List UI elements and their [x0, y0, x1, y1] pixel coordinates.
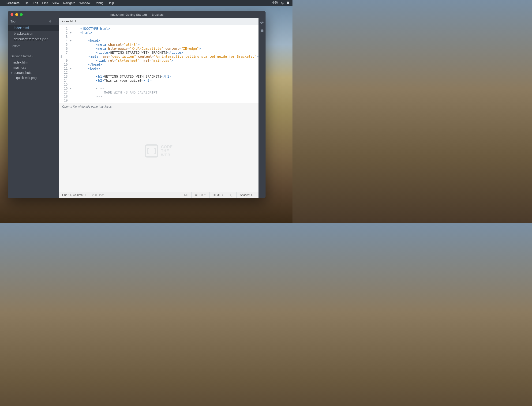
- fold-indicator-icon[interactable]: ▼: [69, 39, 72, 43]
- mac-menubar: Brackets File Edit Find View Navigate Wi…: [0, 0, 293, 6]
- gear-icon[interactable]: ⚙: [49, 20, 52, 23]
- working-file-item[interactable]: brackets.json: [8, 31, 59, 36]
- fold-indicator-icon: [69, 27, 72, 31]
- code-text[interactable]: <meta name="description" content="An int…: [65, 55, 259, 58]
- extension-manager-icon[interactable]: [260, 29, 264, 34]
- line-number: 11: [59, 66, 69, 71]
- menubar-debug[interactable]: Debug: [94, 1, 103, 5]
- code-text[interactable]: <meta http-equiv="X-UA-Compatible" conte…: [72, 47, 201, 51]
- code-line[interactable]: 1 <!DOCTYPE html>: [59, 27, 259, 31]
- line-number: 2: [59, 31, 69, 35]
- status-insert-mode[interactable]: INS: [180, 192, 192, 198]
- editor-pane-bottom[interactable]: Open a file while this pane has focus [ …: [59, 103, 259, 192]
- working-files-list: index.htmlbrackets.jsondefaultPreference…: [8, 25, 59, 42]
- main-area: index.html 1 <!DOCTYPE html>2▼ <html>34▼…: [59, 18, 259, 198]
- titlebar[interactable]: index.html (Getting Started) — Brackets: [8, 11, 266, 18]
- code-line[interactable]: 11▼ <body>: [59, 66, 259, 71]
- code-text[interactable]: <head>: [72, 39, 100, 43]
- code-text[interactable]: <!--: [72, 87, 104, 90]
- working-file-item[interactable]: defaultPreferences.json: [8, 36, 59, 42]
- line-number: 6: [59, 47, 69, 51]
- text-cursor: [100, 67, 100, 71]
- code-text[interactable]: </head>: [72, 63, 102, 66]
- code-line[interactable]: 13 <h1>GETTING STARTED WITH BRACKETS</h1…: [59, 74, 259, 79]
- menubar-app-name[interactable]: Brackets: [7, 1, 20, 5]
- code-text[interactable]: <title>GETTING STARTED WITH BRACKETS</ti…: [72, 51, 183, 55]
- code-line[interactable]: 8 <meta name="description" content="An i…: [59, 55, 259, 58]
- code-line[interactable]: 4▼ <head>: [59, 39, 259, 43]
- menubar-view[interactable]: View: [52, 1, 59, 5]
- code-line[interactable]: 18 -->: [59, 94, 259, 98]
- code-line[interactable]: 6 <meta http-equiv="X-UA-Compatible" con…: [59, 47, 259, 51]
- brackets-logo-icon: [ ]: [145, 145, 158, 158]
- code-text[interactable]: MADE WITH <3 AND JAVASCRIPT: [72, 90, 157, 94]
- code-line[interactable]: 19: [59, 98, 259, 102]
- code-text[interactable]: <h2>This is your guide!</h2>: [72, 79, 151, 82]
- status-indent[interactable]: Spaces: 4: [237, 192, 256, 198]
- right-toolbar: [259, 18, 266, 198]
- code-text[interactable]: <meta charset="utf-8">: [72, 43, 140, 47]
- fold-indicator-icon: [69, 94, 72, 98]
- menubar-user-label[interactable]: 小通: [272, 1, 278, 5]
- code-line[interactable]: 12: [59, 71, 259, 74]
- editor-pane-top[interactable]: 1 <!DOCTYPE html>2▼ <html>34▼ <head>5 <m…: [59, 25, 259, 103]
- code-text[interactable]: <h1>GETTING STARTED WITH BRACKETS</h1>: [72, 74, 171, 79]
- project-dropdown[interactable]: Getting Started ▾: [8, 52, 59, 60]
- code-text[interactable]: -->: [72, 94, 102, 98]
- empty-pane-logo: [ ] CODE THE WEB: [59, 110, 259, 192]
- working-files-header-top[interactable]: Top ⚙ ▭: [8, 18, 59, 25]
- code-line[interactable]: 20▼ <p>: [59, 102, 259, 103]
- tree-file-item[interactable]: index.html: [8, 60, 59, 65]
- evernote-icon[interactable]: [286, 1, 290, 5]
- bottom-pane-placeholder: Open a file while this pane has focus: [59, 103, 259, 110]
- working-files-header-bottom[interactable]: Bottom: [8, 42, 59, 50]
- menubar-navigate[interactable]: Navigate: [63, 1, 75, 5]
- line-number: 7: [59, 51, 69, 55]
- menubar-find[interactable]: Find: [42, 1, 48, 5]
- fold-indicator-icon[interactable]: ▼: [69, 87, 72, 90]
- svg-rect-0: [261, 30, 263, 32]
- fold-indicator-icon[interactable]: ▼: [69, 66, 72, 71]
- tab-index-html[interactable]: index.html: [62, 20, 76, 23]
- status-lint-indicator[interactable]: [227, 192, 237, 198]
- code-line[interactable]: 2▼ <html>: [59, 31, 259, 35]
- code-area[interactable]: 1 <!DOCTYPE html>2▼ <html>34▼ <head>5 <m…: [59, 25, 259, 103]
- split-view-icon[interactable]: ▭: [54, 20, 57, 23]
- live-preview-icon[interactable]: [260, 20, 264, 25]
- line-number: 9: [59, 58, 69, 63]
- status-language[interactable]: HTML▼: [209, 192, 227, 198]
- fold-indicator-icon[interactable]: ▼: [69, 102, 72, 103]
- fold-indicator-icon: [69, 63, 72, 66]
- code-line[interactable]: 5 <meta charset="utf-8">: [59, 43, 259, 47]
- code-text[interactable]: <link rel="stylesheet" href="main.css">: [72, 58, 173, 63]
- code-line[interactable]: 9 <link rel="stylesheet" href="main.css"…: [59, 58, 259, 63]
- line-number: 20: [59, 102, 69, 103]
- tree-file-item[interactable]: main.css: [8, 65, 59, 70]
- zoom-button[interactable]: [20, 13, 23, 16]
- code-text[interactable]: <p>: [72, 102, 102, 103]
- code-line[interactable]: 3: [59, 35, 259, 39]
- menubar-edit[interactable]: Edit: [33, 1, 38, 5]
- code-line[interactable]: 15: [59, 82, 259, 87]
- menubar-help[interactable]: Help: [108, 1, 114, 5]
- status-encoding[interactable]: UTF-8▼: [192, 192, 209, 198]
- fold-indicator-icon[interactable]: ▼: [69, 31, 72, 35]
- fold-indicator-icon: [69, 58, 72, 63]
- status-cursor-position[interactable]: Line 11, Column 11: [62, 193, 86, 197]
- working-file-item[interactable]: index.html: [8, 25, 59, 31]
- code-line[interactable]: 17 MADE WITH <3 AND JAVASCRIPT: [59, 90, 259, 94]
- code-line[interactable]: 16▼ <!--: [59, 87, 259, 90]
- close-button[interactable]: [11, 13, 13, 16]
- code-text[interactable]: <body>: [72, 66, 100, 71]
- menubar-file[interactable]: File: [24, 1, 29, 5]
- code-line[interactable]: 14 <h2>This is your guide!</h2>: [59, 79, 259, 82]
- menubar-window[interactable]: Window: [79, 1, 90, 5]
- minimize-button[interactable]: [15, 13, 18, 16]
- code-text[interactable]: <html>: [72, 31, 92, 35]
- code-text[interactable]: <!DOCTYPE html>: [72, 27, 110, 31]
- tree-folder-item[interactable]: ▼screenshots: [8, 70, 59, 75]
- code-line[interactable]: 10 </head>: [59, 63, 259, 66]
- tree-file-item[interactable]: quick-edit.png: [8, 75, 59, 80]
- creative-cloud-icon[interactable]: ◎: [280, 1, 284, 5]
- code-line[interactable]: 7 <title>GETTING STARTED WITH BRACKETS</…: [59, 51, 259, 55]
